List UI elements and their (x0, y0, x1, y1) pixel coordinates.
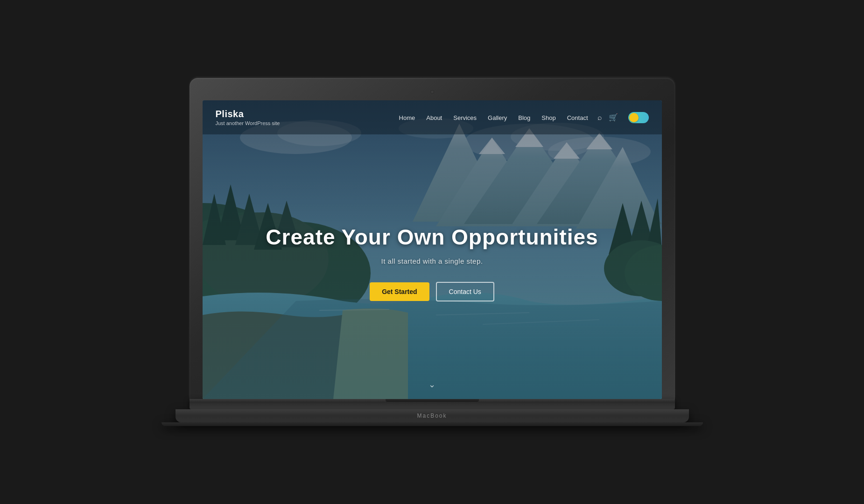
nav-blog[interactable]: Blog (518, 114, 530, 121)
nav-brand: Pliska Just another WordPress site (216, 109, 280, 126)
toggle-knob (629, 113, 639, 122)
macbook-label: MacBook (417, 413, 447, 419)
website: Pliska Just another WordPress site Home … (203, 100, 662, 399)
nav-contact[interactable]: Contact (567, 114, 588, 121)
camera-bar (203, 87, 662, 97)
cart-icon[interactable]: 🛒 (609, 113, 618, 122)
contact-us-button[interactable]: Contact Us (436, 282, 494, 301)
macbook-screen: Pliska Just another WordPress site Home … (203, 100, 662, 399)
site-tagline: Just another WordPress site (216, 120, 280, 126)
get-started-button[interactable]: Get Started (370, 282, 429, 301)
camera (430, 90, 434, 94)
nav-icons: ⌕ 🛒 (597, 112, 649, 123)
hero-subtitle: It all started with a single step. (381, 257, 483, 265)
nav-gallery[interactable]: Gallery (488, 114, 507, 121)
theme-toggle[interactable] (628, 112, 649, 123)
macbook-wrapper: Pliska Just another WordPress site Home … (190, 78, 675, 426)
nav-about[interactable]: About (426, 114, 442, 121)
macbook-bottom (190, 399, 675, 409)
macbook-screen-bezel: Pliska Just another WordPress site Home … (190, 78, 675, 399)
macbook-foot (162, 422, 703, 426)
navigation: Pliska Just another WordPress site Home … (203, 100, 662, 134)
nav-links: Home About Services Gallery Blog Shop Co… (399, 113, 588, 122)
search-icon[interactable]: ⌕ (597, 113, 602, 122)
hero-title: Create Your Own Opportunities (266, 224, 598, 250)
scroll-indicator[interactable]: ⌄ (428, 379, 436, 390)
hero-buttons: Get Started Contact Us (370, 282, 494, 301)
macbook-hinge (386, 399, 479, 402)
nav-home[interactable]: Home (399, 114, 415, 121)
site-logo[interactable]: Pliska (216, 109, 280, 119)
nav-services[interactable]: Services (453, 114, 477, 121)
hero-content: Create Your Own Opportunities It all sta… (203, 134, 662, 391)
nav-shop[interactable]: Shop (541, 114, 555, 121)
macbook-base: MacBook (176, 409, 689, 422)
